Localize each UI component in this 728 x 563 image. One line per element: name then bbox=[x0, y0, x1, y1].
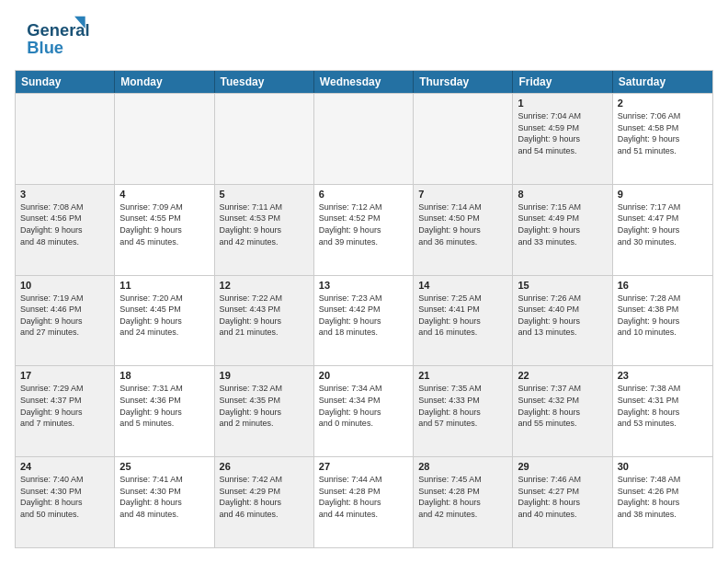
day-number: 14 bbox=[418, 280, 507, 291]
calendar-cell: 19Sunrise: 7:32 AM Sunset: 4:35 PM Dayli… bbox=[215, 366, 314, 456]
weekday-header: Sunday bbox=[16, 71, 115, 93]
day-info: Sunrise: 7:45 AM Sunset: 4:28 PM Dayligh… bbox=[418, 474, 507, 520]
day-number: 19 bbox=[220, 370, 309, 381]
day-info: Sunrise: 7:34 AM Sunset: 4:34 PM Dayligh… bbox=[319, 383, 408, 429]
day-number: 27 bbox=[319, 461, 408, 472]
calendar-cell: 22Sunrise: 7:37 AM Sunset: 4:32 PM Dayli… bbox=[513, 366, 612, 456]
day-info: Sunrise: 7:37 AM Sunset: 4:32 PM Dayligh… bbox=[518, 383, 607, 429]
header: General Blue bbox=[15, 15, 713, 61]
calendar-cell: 2Sunrise: 7:06 AM Sunset: 4:58 PM Daylig… bbox=[613, 94, 712, 184]
calendar: SundayMondayTuesdayWednesdayThursdayFrid… bbox=[15, 70, 713, 548]
day-number: 3 bbox=[20, 189, 109, 200]
day-number: 20 bbox=[319, 370, 408, 381]
day-number: 24 bbox=[20, 461, 109, 472]
calendar-cell: 8Sunrise: 7:15 AM Sunset: 4:49 PM Daylig… bbox=[513, 185, 612, 275]
day-info: Sunrise: 7:44 AM Sunset: 4:28 PM Dayligh… bbox=[319, 474, 408, 520]
calendar-cell: 1Sunrise: 7:04 AM Sunset: 4:59 PM Daylig… bbox=[513, 94, 612, 184]
day-number: 10 bbox=[20, 280, 109, 291]
day-info: Sunrise: 7:14 AM Sunset: 4:50 PM Dayligh… bbox=[418, 201, 507, 247]
calendar-cell bbox=[314, 94, 414, 184]
day-number: 17 bbox=[20, 370, 109, 381]
day-info: Sunrise: 7:25 AM Sunset: 4:41 PM Dayligh… bbox=[418, 293, 507, 339]
day-number: 22 bbox=[518, 370, 607, 381]
calendar-cell: 7Sunrise: 7:14 AM Sunset: 4:50 PM Daylig… bbox=[414, 185, 513, 275]
calendar-row: 3Sunrise: 7:08 AM Sunset: 4:56 PM Daylig… bbox=[16, 184, 712, 275]
day-number: 15 bbox=[518, 280, 607, 291]
calendar-body: 1Sunrise: 7:04 AM Sunset: 4:59 PM Daylig… bbox=[16, 93, 712, 547]
weekday-header: Saturday bbox=[613, 71, 712, 93]
calendar-row: 17Sunrise: 7:29 AM Sunset: 4:37 PM Dayli… bbox=[16, 365, 712, 456]
calendar-cell: 17Sunrise: 7:29 AM Sunset: 4:37 PM Dayli… bbox=[16, 366, 115, 456]
day-number: 13 bbox=[319, 280, 408, 291]
day-info: Sunrise: 7:20 AM Sunset: 4:45 PM Dayligh… bbox=[119, 293, 209, 339]
calendar-row: 10Sunrise: 7:19 AM Sunset: 4:46 PM Dayli… bbox=[16, 275, 712, 366]
day-info: Sunrise: 7:23 AM Sunset: 4:42 PM Dayligh… bbox=[319, 293, 408, 339]
day-info: Sunrise: 7:29 AM Sunset: 4:37 PM Dayligh… bbox=[20, 383, 109, 429]
calendar-header: SundayMondayTuesdayWednesdayThursdayFrid… bbox=[16, 71, 712, 93]
weekday-header: Monday bbox=[115, 71, 214, 93]
day-info: Sunrise: 7:04 AM Sunset: 4:59 PM Dayligh… bbox=[518, 110, 607, 156]
day-info: Sunrise: 7:12 AM Sunset: 4:52 PM Dayligh… bbox=[319, 201, 408, 247]
calendar-cell: 10Sunrise: 7:19 AM Sunset: 4:46 PM Dayli… bbox=[16, 276, 115, 366]
calendar-cell: 28Sunrise: 7:45 AM Sunset: 4:28 PM Dayli… bbox=[414, 457, 513, 547]
calendar-cell bbox=[115, 94, 214, 184]
calendar-row: 1Sunrise: 7:04 AM Sunset: 4:59 PM Daylig… bbox=[16, 93, 712, 184]
page: General Blue SundayMondayTuesdayWednesda… bbox=[0, 0, 728, 563]
day-info: Sunrise: 7:22 AM Sunset: 4:43 PM Dayligh… bbox=[220, 293, 309, 339]
calendar-cell: 20Sunrise: 7:34 AM Sunset: 4:34 PM Dayli… bbox=[314, 366, 414, 456]
day-number: 23 bbox=[618, 370, 708, 381]
calendar-cell bbox=[215, 94, 314, 184]
calendar-cell: 29Sunrise: 7:46 AM Sunset: 4:27 PM Dayli… bbox=[513, 457, 612, 547]
calendar-cell: 11Sunrise: 7:20 AM Sunset: 4:45 PM Dayli… bbox=[115, 276, 214, 366]
day-info: Sunrise: 7:28 AM Sunset: 4:38 PM Dayligh… bbox=[618, 293, 708, 339]
day-number: 26 bbox=[220, 461, 309, 472]
day-info: Sunrise: 7:46 AM Sunset: 4:27 PM Dayligh… bbox=[518, 474, 607, 520]
day-number: 30 bbox=[618, 461, 708, 472]
day-number: 18 bbox=[119, 370, 209, 381]
day-number: 1 bbox=[518, 98, 607, 109]
day-number: 25 bbox=[119, 461, 209, 472]
day-info: Sunrise: 7:19 AM Sunset: 4:46 PM Dayligh… bbox=[20, 293, 109, 339]
day-info: Sunrise: 7:38 AM Sunset: 4:31 PM Dayligh… bbox=[618, 383, 708, 429]
svg-text:Blue: Blue bbox=[27, 38, 63, 57]
day-info: Sunrise: 7:41 AM Sunset: 4:30 PM Dayligh… bbox=[119, 474, 209, 520]
weekday-header: Tuesday bbox=[215, 71, 314, 93]
day-number: 11 bbox=[119, 280, 209, 291]
calendar-cell bbox=[414, 94, 513, 184]
calendar-cell bbox=[16, 94, 115, 184]
day-info: Sunrise: 7:06 AM Sunset: 4:58 PM Dayligh… bbox=[618, 110, 708, 156]
calendar-cell: 30Sunrise: 7:48 AM Sunset: 4:26 PM Dayli… bbox=[613, 457, 712, 547]
day-number: 29 bbox=[518, 461, 607, 472]
day-info: Sunrise: 7:48 AM Sunset: 4:26 PM Dayligh… bbox=[618, 474, 708, 520]
calendar-cell: 18Sunrise: 7:31 AM Sunset: 4:36 PM Dayli… bbox=[115, 366, 214, 456]
day-info: Sunrise: 7:40 AM Sunset: 4:30 PM Dayligh… bbox=[20, 474, 109, 520]
day-info: Sunrise: 7:31 AM Sunset: 4:36 PM Dayligh… bbox=[119, 383, 209, 429]
calendar-cell: 4Sunrise: 7:09 AM Sunset: 4:55 PM Daylig… bbox=[115, 185, 214, 275]
day-info: Sunrise: 7:32 AM Sunset: 4:35 PM Dayligh… bbox=[220, 383, 309, 429]
day-number: 28 bbox=[418, 461, 507, 472]
calendar-cell: 12Sunrise: 7:22 AM Sunset: 4:43 PM Dayli… bbox=[215, 276, 314, 366]
calendar-cell: 27Sunrise: 7:44 AM Sunset: 4:28 PM Dayli… bbox=[314, 457, 414, 547]
calendar-cell: 24Sunrise: 7:40 AM Sunset: 4:30 PM Dayli… bbox=[16, 457, 115, 547]
calendar-cell: 21Sunrise: 7:35 AM Sunset: 4:33 PM Dayli… bbox=[414, 366, 513, 456]
day-number: 7 bbox=[418, 189, 507, 200]
calendar-cell: 9Sunrise: 7:17 AM Sunset: 4:47 PM Daylig… bbox=[613, 185, 712, 275]
calendar-cell: 5Sunrise: 7:11 AM Sunset: 4:53 PM Daylig… bbox=[215, 185, 314, 275]
day-info: Sunrise: 7:26 AM Sunset: 4:40 PM Dayligh… bbox=[518, 293, 607, 339]
day-number: 2 bbox=[618, 98, 708, 109]
calendar-cell: 14Sunrise: 7:25 AM Sunset: 4:41 PM Dayli… bbox=[414, 276, 513, 366]
logo: General Blue bbox=[15, 15, 97, 61]
weekday-header: Wednesday bbox=[314, 71, 414, 93]
day-info: Sunrise: 7:09 AM Sunset: 4:55 PM Dayligh… bbox=[119, 201, 209, 247]
calendar-cell: 26Sunrise: 7:42 AM Sunset: 4:29 PM Dayli… bbox=[215, 457, 314, 547]
day-info: Sunrise: 7:42 AM Sunset: 4:29 PM Dayligh… bbox=[220, 474, 309, 520]
weekday-header: Friday bbox=[513, 71, 612, 93]
day-number: 16 bbox=[618, 280, 708, 291]
calendar-cell: 6Sunrise: 7:12 AM Sunset: 4:52 PM Daylig… bbox=[314, 185, 414, 275]
day-number: 12 bbox=[220, 280, 309, 291]
calendar-cell: 13Sunrise: 7:23 AM Sunset: 4:42 PM Dayli… bbox=[314, 276, 414, 366]
day-info: Sunrise: 7:11 AM Sunset: 4:53 PM Dayligh… bbox=[220, 201, 309, 247]
day-info: Sunrise: 7:35 AM Sunset: 4:33 PM Dayligh… bbox=[418, 383, 507, 429]
calendar-cell: 25Sunrise: 7:41 AM Sunset: 4:30 PM Dayli… bbox=[115, 457, 214, 547]
calendar-cell: 3Sunrise: 7:08 AM Sunset: 4:56 PM Daylig… bbox=[16, 185, 115, 275]
